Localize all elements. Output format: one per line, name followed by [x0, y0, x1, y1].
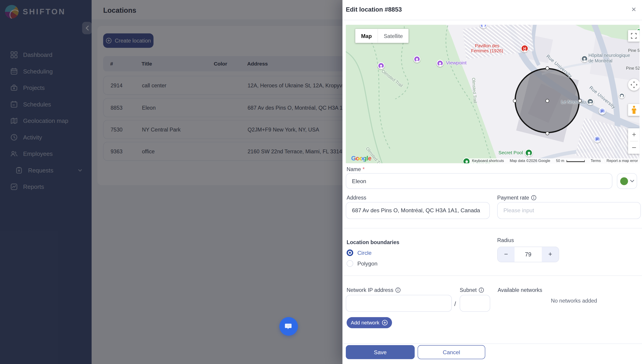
- add-network-button[interactable]: Add network: [347, 317, 392, 328]
- report-map-error-link[interactable]: Report a map error: [606, 159, 638, 163]
- poi-marker-castle[interactable]: [377, 62, 384, 70]
- subnet-input[interactable]: [460, 295, 490, 312]
- zoom-out-button[interactable]: −: [628, 141, 640, 154]
- radius-stepper: − 79 +: [497, 246, 559, 262]
- available-networks-label: Available networks: [498, 287, 542, 293]
- map-label-viewpoint: Viewpoint: [446, 60, 466, 65]
- university-marker[interactable]: [587, 98, 594, 105]
- name-label: Name*: [347, 166, 365, 172]
- info-icon: [395, 287, 401, 293]
- parking-marker[interactable]: P: [599, 108, 606, 115]
- required-asterisk: *: [363, 166, 365, 172]
- no-networks-text: No networks added: [551, 298, 597, 304]
- drawer-title: Edit location #8853: [346, 6, 402, 13]
- address-input[interactable]: [346, 202, 490, 219]
- map-label-pavillon: Pavillon desFemmes (1926): [468, 43, 507, 53]
- app-window: SHIFTON Dashboard Scheduling Projects Sc…: [0, 0, 642, 364]
- keyboard-shortcuts-link[interactable]: Keyboard shortcuts: [472, 159, 504, 163]
- divider: [342, 276, 642, 276]
- ip-subnet-separator: /: [454, 300, 456, 307]
- pegman-control[interactable]: [628, 104, 640, 116]
- chat-widget-button[interactable]: [279, 317, 298, 336]
- map-scale-bar: [567, 160, 585, 162]
- network-ip-input[interactable]: [346, 295, 452, 312]
- circle-radio[interactable]: [347, 250, 353, 256]
- bus-stop-marker[interactable]: [619, 93, 625, 98]
- location-boundaries-label: Location boundaries: [347, 239, 400, 245]
- map-type-control: Map Satellite: [355, 29, 409, 43]
- secret-pool-marker[interactable]: [525, 149, 533, 156]
- plus-circle-icon: [382, 320, 388, 326]
- map-scale-label: 50 m: [556, 159, 564, 163]
- map-attribution: Keyboard shortcuts Map data ©2026 Google…: [469, 158, 639, 163]
- circle-south-handle[interactable]: [545, 132, 549, 135]
- pan-arrows-icon: [630, 81, 638, 88]
- parking-marker[interactable]: P: [594, 136, 601, 143]
- divider: [342, 344, 642, 344]
- subnet-label: Subnet: [460, 287, 484, 293]
- location-color-select[interactable]: [617, 173, 637, 189]
- radius-value[interactable]: 79: [514, 247, 542, 262]
- modal-backdrop[interactable]: [0, 0, 342, 364]
- circle-center-handle[interactable]: [545, 99, 549, 102]
- map-label-hopital: Hôpital neurologiquede Montréal: [588, 53, 630, 63]
- chevron-down-icon: [630, 180, 634, 182]
- map-canvas[interactable]: H P P Pavillon desFemmes (1926) Hôpital …: [346, 25, 640, 163]
- radius-label: Radius: [497, 237, 514, 243]
- divider: [342, 228, 642, 228]
- add-network-label: Add network: [351, 320, 379, 326]
- map-data-label: Map data ©2026 Google: [510, 159, 550, 163]
- fullscreen-icon: [631, 33, 636, 39]
- circle-west-handle[interactable]: [513, 99, 516, 102]
- hospital-h-marker[interactable]: H: [521, 44, 528, 52]
- payment-rate-label: Payment rate: [497, 195, 537, 201]
- save-button[interactable]: Save: [346, 345, 415, 359]
- chat-bubble-icon: [284, 322, 293, 331]
- radius-decrement-button[interactable]: −: [498, 247, 514, 262]
- payment-rate-input[interactable]: [497, 202, 641, 219]
- name-input[interactable]: [346, 173, 612, 189]
- zoom-in-button[interactable]: +: [628, 128, 640, 141]
- radius-increment-button[interactable]: +: [542, 247, 559, 262]
- map-label-pine527: Pine 527: [626, 66, 640, 70]
- close-icon[interactable]: ✕: [629, 5, 638, 14]
- map-label-secret-pool: Secret Pool: [499, 150, 523, 155]
- viewpoint-marker[interactable]: [437, 60, 444, 67]
- map-label-pine501: Pine 501: [628, 48, 640, 53]
- divider: [342, 20, 642, 20]
- map-type-satellite-button[interactable]: Satellite: [377, 29, 408, 43]
- cancel-button[interactable]: Cancel: [417, 345, 485, 359]
- terms-link[interactable]: Terms: [591, 159, 601, 163]
- polygon-radio[interactable]: [347, 260, 353, 267]
- circle-east-handle[interactable]: [578, 99, 582, 102]
- fullscreen-button[interactable]: [628, 30, 640, 42]
- address-label: Address: [347, 195, 366, 201]
- zoom-control: + −: [628, 128, 640, 154]
- map-type-map-button[interactable]: Map: [355, 29, 378, 43]
- color-swatch: [620, 177, 628, 185]
- polygon-radio-label[interactable]: Polygon: [357, 261, 377, 267]
- network-ip-label: Network IP address: [347, 287, 401, 293]
- pegman-icon: [631, 106, 637, 114]
- circle-radio-label[interactable]: Circle: [357, 250, 372, 256]
- info-icon: [531, 195, 537, 200]
- google-logo[interactable]: Google: [351, 155, 371, 162]
- circle-north-handle[interactable]: [545, 66, 549, 70]
- poi-marker-castle[interactable]: [413, 56, 420, 63]
- hospital-pin[interactable]: [581, 55, 588, 62]
- info-icon: [479, 287, 484, 293]
- pan-control[interactable]: [628, 79, 640, 91]
- edit-location-drawer: Edit location #8853 ✕: [342, 0, 642, 364]
